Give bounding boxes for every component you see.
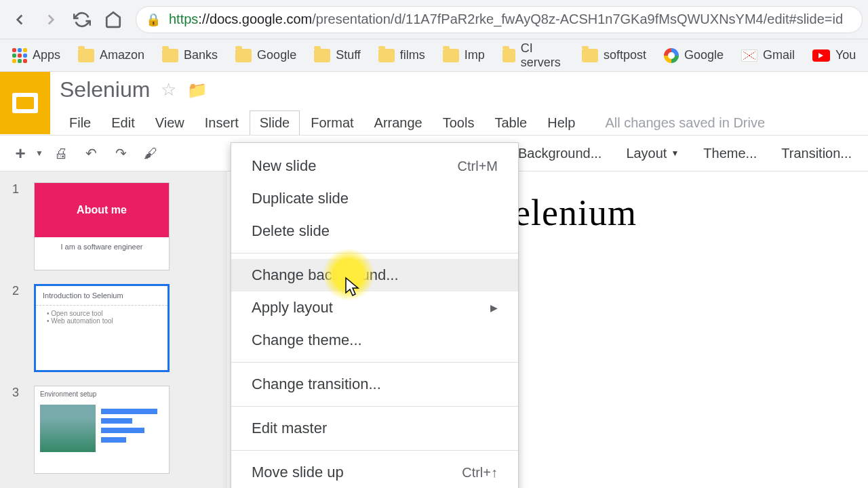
undo-button[interactable]: ↶: [77, 140, 104, 167]
google-icon: [664, 48, 679, 63]
paint-format-button[interactable]: 🖌: [137, 140, 164, 167]
transition-button[interactable]: Transition...: [772, 140, 861, 167]
thumb1-title: About me: [35, 183, 169, 237]
slide-menu-dropdown: New slideCtrl+M Duplicate slide Delete s…: [231, 142, 519, 488]
url-text: https://docs.google.com/presentation/d/1…: [169, 12, 843, 27]
layout-button[interactable]: Layout▼: [616, 140, 688, 167]
print-button[interactable]: 🖨: [47, 140, 75, 167]
thumb-number: 2: [12, 284, 24, 372]
back-button[interactable]: [5, 5, 34, 34]
forward-button[interactable]: [37, 5, 65, 34]
menu-tools[interactable]: Tools: [433, 111, 484, 135]
menu-slide[interactable]: Slide: [250, 110, 300, 135]
bookmark-softpost[interactable]: softpost: [576, 45, 652, 65]
redo-button[interactable]: ↷: [107, 140, 134, 167]
theme-button[interactable]: Theme...: [694, 140, 766, 167]
slides-home-button[interactable]: [0, 72, 50, 134]
move-to-folder-icon[interactable]: 📁: [187, 81, 208, 100]
slide-thumbnail-1[interactable]: About me I am a software engineer: [34, 182, 170, 270]
apps-shortcut[interactable]: Apps: [7, 45, 66, 66]
menu-separator: [231, 450, 518, 451]
menu-separator: [231, 406, 518, 407]
thumb2-title: Introduction to Selenium: [36, 286, 167, 306]
browser-navigation-bar: 🔒 https://docs.google.com/presentation/d…: [0, 0, 868, 39]
bookmark-amazon[interactable]: Amazon: [73, 45, 150, 65]
menu-bar: File Edit View Insert Slide Format Arran…: [60, 110, 859, 135]
slides-logo-icon: [12, 93, 38, 113]
menu-duplicate-slide[interactable]: Duplicate slide: [231, 182, 518, 215]
folder-icon: [443, 49, 459, 62]
thumb3-chart: [101, 405, 163, 452]
thumb2-body: • Open source tool• Web automation tool: [36, 306, 167, 329]
menu-view[interactable]: View: [146, 111, 194, 135]
thumb-number: 3: [12, 386, 24, 474]
bookmark-google[interactable]: Google: [230, 45, 302, 65]
bookmark-youtube[interactable]: You: [807, 45, 861, 65]
new-slide-button[interactable]: +: [7, 140, 34, 167]
star-icon[interactable]: ☆: [161, 79, 176, 100]
bookmark-stuff[interactable]: Stuff: [309, 45, 366, 65]
background-button[interactable]: Background...: [509, 140, 611, 167]
submenu-arrow-icon: ▶: [490, 302, 498, 313]
folder-icon: [78, 49, 94, 62]
menu-apply-layout[interactable]: Apply layout▶: [231, 291, 518, 324]
menu-change-theme[interactable]: Change theme...: [231, 324, 518, 357]
menu-file[interactable]: File: [60, 111, 100, 135]
bookmark-banks[interactable]: Banks: [157, 45, 223, 65]
menu-arrange[interactable]: Arrange: [365, 111, 432, 135]
slide-thumbnail-panel: 1 About me I am a software engineer 2 In…: [0, 171, 227, 488]
home-button[interactable]: [99, 5, 127, 34]
bookmark-ci-servers[interactable]: CI servers: [497, 39, 570, 73]
youtube-icon: [812, 49, 830, 62]
apps-icon: [12, 48, 27, 63]
address-bar[interactable]: 🔒 https://docs.google.com/presentation/d…: [136, 6, 863, 33]
menu-move-slide-up[interactable]: Move slide upCtrl+↑: [231, 456, 518, 488]
folder-icon: [162, 49, 178, 62]
menu-format[interactable]: Format: [301, 111, 363, 135]
slide-thumbnail-2[interactable]: Introduction to Selenium • Open source t…: [34, 284, 170, 372]
thumb3-image: [40, 405, 96, 452]
folder-icon: [582, 49, 598, 62]
thumb1-subtitle: I am a software engineer: [35, 237, 169, 251]
lock-icon: 🔒: [146, 12, 161, 27]
menu-help[interactable]: Help: [538, 111, 585, 135]
thumb3-title: Environment setup: [35, 386, 169, 402]
menu-table[interactable]: Table: [485, 111, 536, 135]
gmail-icon: [741, 49, 757, 62]
folder-icon: [314, 49, 330, 62]
folder-icon: [378, 49, 395, 62]
app-header: Selenium ☆ 📁 File Edit View Insert Slide…: [0, 72, 868, 135]
save-status: All changes saved in Drive: [605, 115, 765, 131]
reload-button[interactable]: [68, 5, 96, 34]
bookmark-google-site[interactable]: Google: [658, 45, 729, 66]
bookmarks-bar: Apps Amazon Banks Google Stuff films Imp…: [0, 39, 868, 72]
bookmark-gmail[interactable]: Gmail: [736, 45, 800, 65]
thumb-number: 1: [12, 182, 24, 270]
slide-thumbnail-3[interactable]: Environment setup: [34, 386, 170, 474]
menu-separator: [231, 362, 518, 363]
menu-change-transition[interactable]: Change transition...: [231, 368, 518, 401]
menu-separator: [231, 253, 518, 253]
new-slide-dropdown[interactable]: ▼: [34, 140, 45, 167]
menu-edit[interactable]: Edit: [102, 111, 144, 135]
menu-change-background[interactable]: Change background...: [231, 259, 518, 291]
menu-edit-master[interactable]: Edit master: [231, 412, 518, 445]
bookmark-imp[interactable]: Imp: [437, 45, 490, 65]
menu-insert[interactable]: Insert: [195, 111, 248, 135]
menu-new-slide[interactable]: New slideCtrl+M: [231, 150, 518, 182]
document-title[interactable]: Selenium: [60, 77, 150, 102]
folder-icon: [235, 49, 252, 62]
bookmark-films[interactable]: films: [373, 45, 431, 65]
menu-delete-slide[interactable]: Delete slide: [231, 215, 518, 247]
folder-icon: [502, 49, 515, 62]
